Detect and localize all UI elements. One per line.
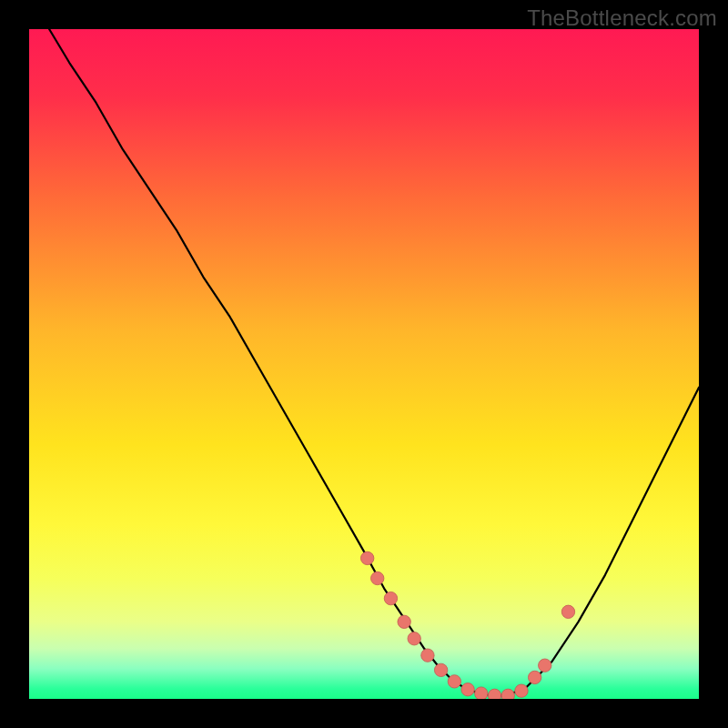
- marker-point: [421, 649, 434, 662]
- marker-point: [398, 615, 410, 628]
- marker-point: [408, 632, 420, 645]
- marker-point: [384, 592, 397, 604]
- chart-frame: TheBottleneck.com: [0, 0, 728, 728]
- marker-point: [448, 675, 460, 688]
- marker-point: [434, 663, 447, 676]
- marker-point: [528, 671, 541, 683]
- marker-point: [561, 605, 574, 618]
- marker-point: [475, 687, 488, 699]
- marker-point: [501, 689, 514, 699]
- marker-point: [461, 683, 474, 696]
- plot-area: [29, 29, 699, 699]
- marker-point: [488, 689, 500, 699]
- marker-point: [371, 571, 384, 584]
- watermark-text: TheBottleneck.com: [527, 5, 717, 31]
- marker-point: [360, 551, 373, 564]
- gradient-background: [29, 29, 699, 699]
- marker-point: [515, 684, 528, 697]
- marker-point: [539, 659, 551, 672]
- chart-svg: [29, 29, 699, 699]
